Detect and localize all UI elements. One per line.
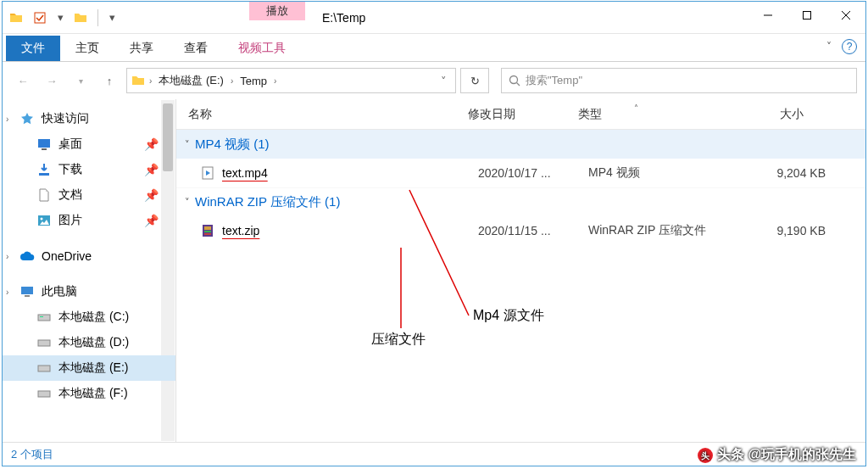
tab-video-tools[interactable]: 视频工具 (223, 36, 301, 61)
sidebar-label: OneDrive (42, 249, 92, 263)
sidebar-item-drive-c[interactable]: 本地磁盘 (C:) (3, 304, 175, 330)
item-count: 2 个项目 (11, 447, 53, 462)
file-type: MP4 视频 (588, 165, 758, 181)
svg-point-5 (510, 76, 518, 84)
group-label: WinRAR ZIP 压缩文件 (1) (195, 194, 340, 210)
explorer-window: ▾ ▾ 播放 E:\Temp 文件 主页 共享 查看 视频工具 ˅ ? ← → … (2, 1, 866, 466)
file-row[interactable]: text.zip 2020/11/15 ... WinRAR ZIP 压缩文件 … (176, 216, 865, 245)
chevron-right-icon[interactable]: › (6, 252, 8, 261)
file-date: 2020/10/17 ... (478, 166, 588, 180)
svg-rect-13 (25, 295, 30, 297)
sidebar-item-downloads[interactable]: 下载 📌 (3, 157, 175, 182)
file-size: 9,204 KB (758, 166, 843, 180)
breadcrumb-drive[interactable]: 本地磁盘 (E:) (155, 71, 227, 90)
tab-view[interactable]: 查看 (169, 36, 223, 61)
history-dropdown-icon[interactable]: ▾ (69, 69, 92, 92)
drive-icon (36, 336, 52, 349)
sidebar-label: 本地磁盘 (C:) (58, 310, 129, 325)
col-type[interactable]: 类型˄ (566, 107, 736, 122)
file-name: text.mp4 (222, 166, 478, 180)
search-icon (509, 75, 520, 87)
svg-rect-17 (38, 366, 50, 371)
svg-rect-12 (21, 287, 33, 294)
pin-icon: 📌 (143, 137, 159, 151)
drive-icon (36, 310, 52, 324)
refresh-button[interactable]: ↻ (460, 68, 489, 93)
navbar: ← → ▾ ↑ › 本地磁盘 (E:) › Temp › ˅ ↻ 搜索"Temp… (3, 62, 865, 99)
separator (97, 9, 98, 26)
sidebar-item-desktop[interactable]: 桌面 📌 (3, 131, 175, 157)
pin-icon: 📌 (143, 214, 159, 227)
svg-rect-21 (204, 226, 211, 230)
chevron-right-icon[interactable]: › (6, 114, 8, 124)
file-list: 名称 修改日期 类型˄ 大小 ˅ MP4 视频 (1) text.mp4 202… (176, 99, 865, 442)
col-name[interactable]: 名称 (176, 107, 456, 122)
chevron-right-icon[interactable]: › (231, 76, 233, 86)
ribbon-collapse-icon[interactable]: ˅ (826, 41, 832, 53)
svg-rect-7 (38, 139, 50, 148)
qat-dropdown-icon[interactable]: ▾ (53, 8, 67, 28)
sidebar-item-onedrive[interactable]: › OneDrive (3, 243, 175, 269)
sidebar-item-drive-f[interactable]: 本地磁盘 (F:) (3, 381, 175, 406)
watermark: 头 头条 @玩手机的张先生 (697, 446, 856, 464)
properties-icon[interactable] (30, 8, 50, 28)
sort-up-icon: ˄ (634, 103, 638, 113)
sidebar-label: 本地磁盘 (F:) (58, 386, 128, 401)
pin-icon: 📌 (143, 163, 159, 176)
tab-share[interactable]: 共享 (114, 36, 169, 61)
sidebar-item-quick-access[interactable]: › 快速访问 (3, 106, 175, 131)
maximize-button[interactable] (787, 2, 826, 29)
download-icon (36, 163, 52, 176)
tab-file[interactable]: 文件 (6, 36, 60, 61)
search-placeholder: 搜索"Temp" (526, 73, 582, 88)
svg-rect-23 (204, 233, 211, 235)
search-input[interactable]: 搜索"Temp" (501, 68, 857, 93)
sidebar-item-documents[interactable]: 文档 📌 (3, 182, 175, 208)
chevron-right-icon[interactable]: › (274, 76, 276, 86)
qat-menu-icon[interactable]: ▾ (105, 8, 119, 28)
ribbon-context-tab: 播放 (249, 2, 305, 33)
video-file-icon (200, 166, 215, 180)
svg-text:头: 头 (701, 451, 709, 461)
drive-icon (36, 361, 52, 375)
svg-rect-16 (38, 340, 50, 346)
help-icon[interactable]: ? (842, 39, 857, 54)
sidebar-label: 此电脑 (42, 284, 77, 299)
breadcrumb-folder[interactable]: Temp (236, 73, 270, 89)
sidebar-item-drive-d[interactable]: 本地磁盘 (D:) (3, 330, 175, 355)
svg-rect-14 (38, 315, 50, 321)
back-button[interactable]: ← (11, 69, 35, 92)
file-date: 2020/11/15 ... (478, 224, 588, 237)
quick-access-toolbar: ▾ ▾ (3, 2, 122, 33)
svg-point-11 (41, 218, 43, 221)
ribbon-tabs: 文件 主页 共享 查看 视频工具 ˅ ? (3, 34, 865, 62)
sidebar-item-this-pc[interactable]: › 此电脑 (3, 279, 175, 304)
address-bar[interactable]: › 本地磁盘 (E:) › Temp › ˅ (126, 68, 456, 93)
group-header[interactable]: ˅ WinRAR ZIP 压缩文件 (1) (176, 187, 865, 216)
forward-button[interactable]: → (40, 69, 64, 92)
svg-rect-8 (42, 148, 47, 150)
address-dropdown-icon[interactable]: ˅ (436, 75, 452, 87)
pictures-icon (36, 214, 52, 227)
zip-file-icon (200, 224, 215, 237)
tab-home[interactable]: 主页 (60, 36, 114, 61)
svg-rect-18 (38, 391, 50, 397)
file-row[interactable]: text.mp4 2020/10/17 ... MP4 视频 9,204 KB (176, 159, 865, 187)
group-header[interactable]: ˅ MP4 视频 (1) (176, 130, 865, 159)
star-icon (19, 112, 35, 126)
up-button[interactable]: ↑ (97, 69, 121, 92)
folder-icon-2[interactable] (70, 8, 91, 28)
minimize-button[interactable] (748, 2, 787, 29)
col-date[interactable]: 修改日期 (456, 107, 566, 122)
close-button[interactable] (826, 2, 865, 29)
chevron-right-icon[interactable]: › (149, 76, 152, 86)
file-size: 9,190 KB (758, 224, 843, 237)
sidebar-item-pictures[interactable]: 图片 📌 (3, 208, 175, 233)
col-size[interactable]: 大小 (736, 107, 821, 122)
desktop-icon (36, 137, 52, 151)
group-label: MP4 视频 (1) (195, 137, 270, 153)
folder-icon[interactable] (6, 8, 26, 28)
chevron-right-icon[interactable]: › (6, 288, 8, 297)
svg-rect-0 (35, 13, 45, 23)
sidebar-item-drive-e[interactable]: 本地磁盘 (E:) (3, 355, 175, 381)
